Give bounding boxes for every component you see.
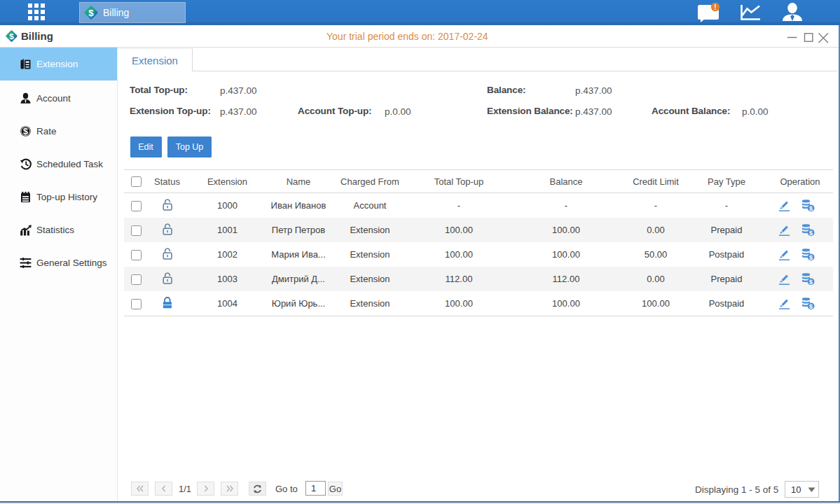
svg-text:$: $ [809,205,813,212]
svg-text:$: $ [809,230,813,237]
svg-text:$: $ [809,279,813,286]
svg-text:$: $ [9,31,14,41]
svg-text:$: $ [809,303,813,310]
svg-text:$: $ [88,8,94,18]
svg-text:$: $ [23,127,28,136]
svg-text:$: $ [809,254,813,261]
svg-text:!: ! [714,4,716,11]
